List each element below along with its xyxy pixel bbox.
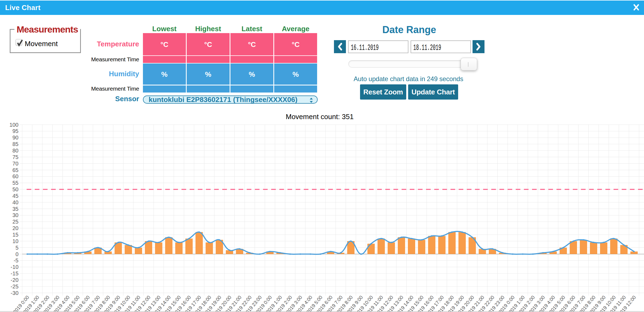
- svg-text:65: 65: [12, 167, 18, 173]
- svg-text:-15: -15: [11, 270, 18, 276]
- svg-text:-5: -5: [14, 257, 18, 263]
- svg-text:60: 60: [12, 173, 18, 179]
- svg-text:80: 80: [12, 148, 18, 154]
- svg-text:-30: -30: [11, 290, 18, 296]
- svg-text:0: 0: [15, 251, 18, 257]
- svg-text:30: 30: [12, 212, 18, 218]
- svg-text:75: 75: [12, 154, 18, 160]
- svg-text:40: 40: [12, 199, 18, 205]
- svg-text:90: 90: [12, 135, 18, 141]
- svg-text:25: 25: [12, 219, 18, 225]
- svg-text:-20: -20: [11, 277, 18, 283]
- svg-text:10: 10: [12, 238, 18, 244]
- svg-text:85: 85: [12, 141, 18, 147]
- svg-text:100: 100: [10, 122, 18, 128]
- svg-text:-25: -25: [11, 284, 18, 289]
- svg-text:70: 70: [12, 161, 18, 167]
- svg-text:50: 50: [12, 186, 18, 192]
- svg-text:45: 45: [12, 193, 18, 199]
- svg-text:-10: -10: [11, 264, 18, 270]
- svg-text:35: 35: [12, 206, 18, 212]
- svg-text:95: 95: [12, 128, 18, 134]
- svg-text:5: 5: [15, 245, 18, 251]
- svg-text:15: 15: [12, 232, 18, 238]
- svg-text:55: 55: [12, 180, 18, 186]
- svg-text:20: 20: [12, 225, 18, 231]
